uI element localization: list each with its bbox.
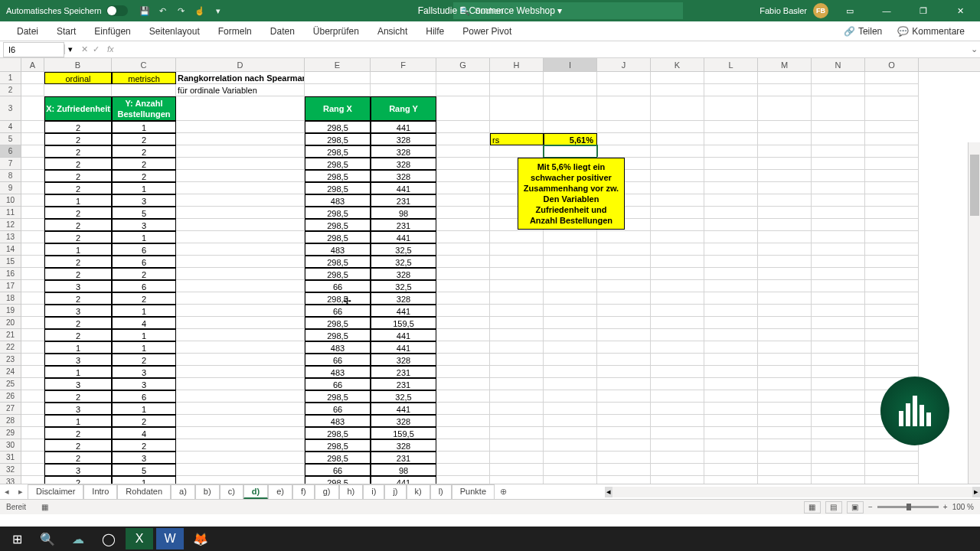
column-header-E[interactable]: E <box>305 58 371 71</box>
cell[interactable] <box>112 84 176 96</box>
comments-button[interactable]: 💬Kommentare <box>890 21 972 41</box>
cell-b[interactable]: 3 <box>44 378 112 390</box>
cell[interactable] <box>651 256 704 268</box>
cell[interactable] <box>436 72 490 84</box>
cell-f[interactable]: 328 <box>371 170 436 182</box>
cell-b[interactable]: 2 <box>44 121 112 133</box>
cell-e[interactable]: 298,5 <box>305 133 371 145</box>
task-view-icon[interactable]: ◯ <box>95 528 122 549</box>
autosave-toggle[interactable]: Automatisches Speichern <box>0 5 134 16</box>
cell[interactable] <box>490 317 544 329</box>
cell[interactable] <box>758 317 812 329</box>
column-header-A[interactable]: A <box>21 58 44 71</box>
cell[interactable] <box>758 256 812 268</box>
cell[interactable] <box>651 292 704 305</box>
row-header-4[interactable]: 4 <box>0 121 21 133</box>
sheet-nav-first-icon[interactable]: ◂ <box>0 487 14 497</box>
cell[interactable] <box>597 378 651 390</box>
cell-e[interactable]: 298,5 <box>305 207 371 219</box>
cell[interactable] <box>704 390 758 403</box>
cell[interactable] <box>812 329 865 341</box>
cell[interactable] <box>436 121 490 133</box>
row-header-22[interactable]: 22 <box>0 341 21 354</box>
cell[interactable] <box>651 390 704 403</box>
cell[interactable] <box>651 268 704 280</box>
row-header-16[interactable]: 16 <box>0 268 21 280</box>
cell[interactable] <box>597 341 651 354</box>
cell-c[interactable]: 4 <box>112 427 176 439</box>
cell[interactable] <box>865 219 919 231</box>
cell-c[interactable]: 2 <box>112 268 176 280</box>
cell[interactable] <box>865 292 919 305</box>
cell[interactable] <box>544 231 597 243</box>
cell[interactable] <box>865 96 919 121</box>
cell[interactable] <box>865 231 919 243</box>
cell[interactable] <box>544 268 597 280</box>
cell[interactable] <box>436 158 490 170</box>
cell[interactable] <box>436 317 490 329</box>
cell[interactable] <box>21 403 44 415</box>
header-ordinal[interactable]: ordinal <box>44 72 112 84</box>
header-x[interactable]: X: Zufriedenheit <box>44 96 112 121</box>
cell[interactable] <box>597 292 651 305</box>
cell-b[interactable]: 3 <box>44 354 112 366</box>
cell[interactable] <box>544 390 597 403</box>
cell-f[interactable]: 32,5 <box>371 390 436 403</box>
cell-b[interactable]: 2 <box>44 439 112 452</box>
cell[interactable] <box>651 415 704 427</box>
cell[interactable] <box>436 133 490 145</box>
cell-c[interactable]: 2 <box>112 133 176 145</box>
ribbon-tab-formeln[interactable]: Formeln <box>209 21 261 41</box>
search-taskbar-icon[interactable]: 🔍 <box>34 528 61 549</box>
row-header-25[interactable]: 25 <box>0 378 21 390</box>
cell-f[interactable]: 231 <box>371 366 436 378</box>
spreadsheet-grid[interactable]: ABCDEFGHIJKLMNO 1ordinalmetrischRangkorr… <box>0 58 980 484</box>
cell-f[interactable]: 328 <box>371 145 436 158</box>
cell[interactable] <box>865 354 919 366</box>
cell[interactable] <box>865 476 919 484</box>
cell[interactable] <box>490 268 544 280</box>
cell[interactable] <box>436 354 490 366</box>
cell[interactable] <box>436 194 490 207</box>
cell[interactable] <box>758 329 812 341</box>
cell[interactable] <box>490 415 544 427</box>
cell[interactable] <box>597 145 651 158</box>
cell[interactable] <box>176 219 305 231</box>
cell[interactable] <box>176 415 305 427</box>
row-header-8[interactable]: 8 <box>0 170 21 182</box>
cell[interactable] <box>651 366 704 378</box>
cell[interactable] <box>704 439 758 452</box>
cell[interactable] <box>812 427 865 439</box>
cell[interactable] <box>436 378 490 390</box>
sheet-tab-k[interactable]: k) <box>407 484 430 499</box>
cell-b[interactable]: 2 <box>44 256 112 268</box>
cell-c[interactable]: 1 <box>112 231 176 243</box>
cell[interactable] <box>371 72 436 84</box>
cell[interactable] <box>758 84 812 96</box>
cell[interactable] <box>758 292 812 305</box>
cell[interactable] <box>490 305 544 317</box>
sheet-tab-Punkte[interactable]: Punkte <box>452 484 495 499</box>
row-header-13[interactable]: 13 <box>0 231 21 243</box>
cell[interactable] <box>176 207 305 219</box>
row-header-15[interactable]: 15 <box>0 256 21 268</box>
cell[interactable] <box>812 194 865 207</box>
cell[interactable] <box>21 170 44 182</box>
cell-c[interactable]: 2 <box>112 158 176 170</box>
cell[interactable] <box>597 121 651 133</box>
column-header-O[interactable]: O <box>865 58 919 71</box>
cell[interactable] <box>21 121 44 133</box>
cell[interactable] <box>758 121 812 133</box>
row-header-6[interactable]: 6 <box>0 145 21 158</box>
cell[interactable] <box>812 219 865 231</box>
column-header-L[interactable]: L <box>704 58 758 71</box>
cell[interactable] <box>758 366 812 378</box>
cell[interactable] <box>651 403 704 415</box>
cell[interactable] <box>812 231 865 243</box>
cell[interactable] <box>436 280 490 292</box>
ribbon-tab-seitenlayout[interactable]: Seitenlayout <box>140 21 209 41</box>
cell[interactable] <box>176 243 305 256</box>
cell[interactable] <box>176 439 305 452</box>
cell[interactable] <box>21 354 44 366</box>
cell[interactable] <box>812 464 865 476</box>
